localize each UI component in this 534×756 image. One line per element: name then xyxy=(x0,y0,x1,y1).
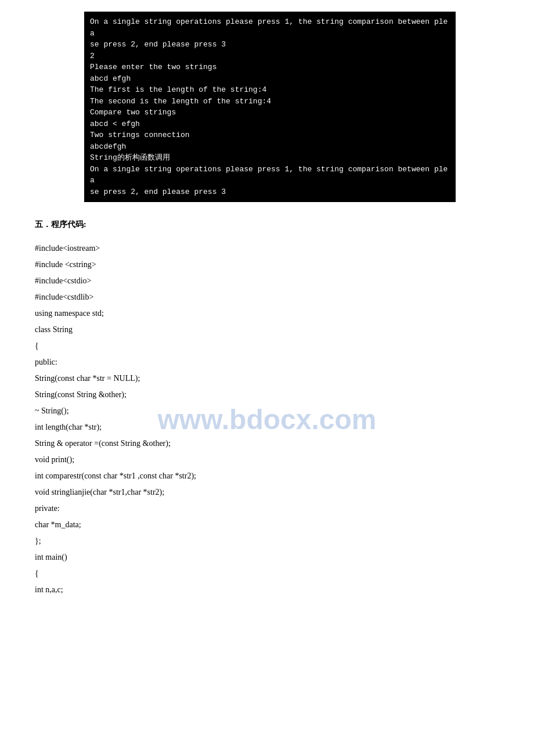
terminal-line-5: abcd efgh xyxy=(90,73,450,85)
code-line-12: int length(char *str); xyxy=(35,419,499,435)
code-line-18: char *m_data; xyxy=(35,517,499,533)
terminal-line-10: Two strings connection xyxy=(90,129,450,141)
code-line-19: }; xyxy=(35,533,499,549)
code-line-21: { xyxy=(35,566,499,582)
terminal-line-11: abcdefgh xyxy=(90,141,450,153)
code-line-8: public: xyxy=(35,354,499,370)
code-line-4: #include<cstdlib> xyxy=(35,289,499,305)
terminal-line-4: Please enter the two strings xyxy=(90,62,450,73)
terminal-section: On a single string operations please pre… xyxy=(35,12,499,202)
code-line-16: void stringlianjie(char *str1,char *str2… xyxy=(35,484,499,501)
section-title: 五．程序代码: xyxy=(35,219,499,230)
code-line-14: void print(); xyxy=(35,452,499,468)
terminal-line-8: Compare two strings xyxy=(90,107,450,118)
terminal-output: On a single string operations please pre… xyxy=(84,12,456,202)
code-wrapper: www.bdocx.com #include<iostream> #includ… xyxy=(35,240,499,598)
code-line-22: int n,a,c; xyxy=(35,582,499,598)
terminal-line-1: On a single string operations please pre… xyxy=(90,16,450,39)
terminal-line-3: 2 xyxy=(90,51,450,62)
code-line-20: int main() xyxy=(35,549,499,566)
terminal-line-6: The first is the length of the string:4 xyxy=(90,84,450,96)
code-line-10: String(const String &other); xyxy=(35,387,499,403)
code-line-3: #include<cstdio> xyxy=(35,273,499,289)
terminal-line-12: String的析构函数调用 xyxy=(90,152,450,164)
code-line-9: String(const char *str = NULL); xyxy=(35,370,499,387)
code-line-13: String & operator =(const String &other)… xyxy=(35,435,499,452)
terminal-line-13: On a single string operations please pre… xyxy=(90,164,450,186)
code-block: #include<iostream> #include <cstring> #i… xyxy=(35,240,499,598)
terminal-line-14: se press 2, end please press 3 xyxy=(90,186,450,198)
code-line-5: using namespace std; xyxy=(35,305,499,322)
terminal-line-2: se press 2, end please press 3 xyxy=(90,39,450,51)
code-line-15: int comparestr(const char *str1 ,const c… xyxy=(35,468,499,484)
code-line-11: ~ String(); xyxy=(35,403,499,419)
terminal-line-9: abcd < efgh xyxy=(90,118,450,130)
code-line-1: #include<iostream> xyxy=(35,240,499,257)
code-line-6: class String xyxy=(35,322,499,338)
terminal-line-7: The second is the length of the string:4 xyxy=(90,96,450,107)
code-line-2: #include <cstring> xyxy=(35,257,499,273)
code-line-17: private: xyxy=(35,501,499,517)
code-line-7: { xyxy=(35,338,499,354)
